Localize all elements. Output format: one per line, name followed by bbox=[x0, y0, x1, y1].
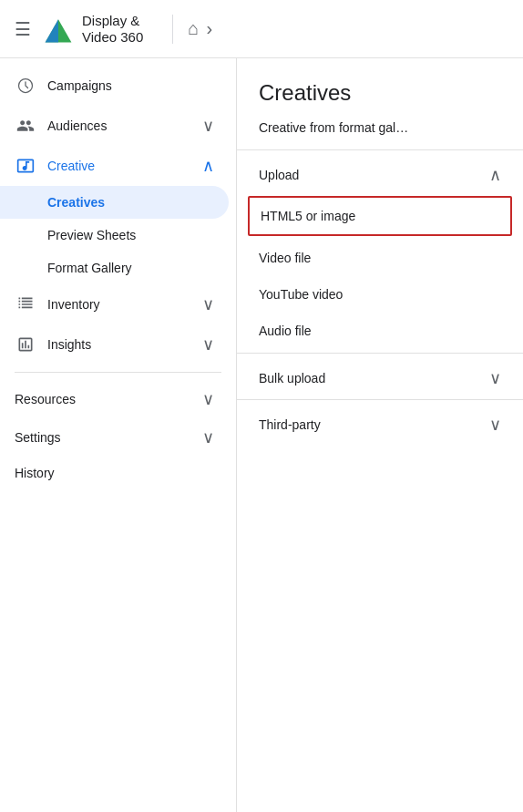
content-area: Creatives NEW Creative from format gal… … bbox=[237, 58, 523, 812]
insights-icon bbox=[15, 334, 36, 355]
audio-file-label: Audio file bbox=[259, 324, 312, 338]
forward-icon[interactable]: › bbox=[206, 18, 212, 39]
app-name: Display & Video 360 bbox=[82, 13, 143, 46]
audiences-icon bbox=[15, 115, 36, 137]
dropdown-divider-1 bbox=[237, 149, 523, 150]
creative-chevron-icon: ∧ bbox=[202, 156, 214, 176]
dropdown-item-html5-or-image[interactable]: HTML5 or image bbox=[248, 196, 512, 236]
settings-label: Settings bbox=[15, 430, 202, 445]
header-nav: ⌂ › bbox=[188, 18, 212, 39]
creative-icon bbox=[15, 155, 36, 177]
creatives-label: Creatives bbox=[47, 195, 105, 210]
third-party-label: Third-party bbox=[259, 417, 321, 432]
sidebar-item-creative[interactable]: Creative ∧ bbox=[0, 146, 229, 186]
main-layout: Campaigns Audiences ∨ Creative ∧ bbox=[0, 58, 523, 812]
sidebar-item-resources[interactable]: Resources ∨ bbox=[0, 380, 229, 418]
sidebar-item-insights[interactable]: Insights ∨ bbox=[0, 324, 229, 365]
dropdown-divider-2 bbox=[237, 353, 523, 354]
sidebar-item-inventory[interactable]: Inventory ∨ bbox=[0, 284, 229, 324]
home-icon[interactable]: ⌂ bbox=[188, 18, 199, 39]
sidebar-item-settings[interactable]: Settings ∨ bbox=[0, 418, 229, 457]
creative-from-format-gal-label: Creative from format gal… bbox=[259, 120, 408, 135]
upload-section-header[interactable]: Upload ∧ bbox=[237, 154, 523, 192]
html5-or-image-inner: HTML5 or image bbox=[250, 198, 510, 234]
sidebar-item-history[interactable]: History bbox=[0, 457, 229, 489]
resources-chevron-icon: ∨ bbox=[202, 389, 214, 409]
inventory-icon bbox=[15, 293, 36, 315]
inventory-chevron-icon: ∨ bbox=[202, 294, 214, 314]
sidebar-divider bbox=[15, 372, 221, 373]
sidebar-item-audiences[interactable]: Audiences ∨ bbox=[0, 106, 229, 146]
creative-sub-items: Creatives Preview Sheets Format Gallery bbox=[0, 186, 236, 284]
menu-icon[interactable]: ☰ bbox=[15, 18, 31, 40]
html5-or-image-label: HTML5 or image bbox=[261, 209, 355, 223]
app-logo: Display & Video 360 bbox=[42, 13, 143, 46]
page-title: Creatives bbox=[259, 80, 501, 106]
third-party-section-header[interactable]: Third-party ∨ bbox=[237, 404, 523, 442]
dropdown-item-video-file[interactable]: Video file bbox=[237, 240, 523, 276]
new-dropdown-menu: Creative from format gal… Upload ∧ HTML5… bbox=[237, 109, 523, 442]
upload-chevron-icon: ∧ bbox=[489, 165, 501, 185]
audiences-chevron-icon: ∨ bbox=[202, 116, 214, 136]
sidebar-item-campaigns[interactable]: Campaigns bbox=[0, 66, 229, 106]
resources-label: Resources bbox=[15, 392, 202, 406]
campaigns-label: Campaigns bbox=[47, 78, 214, 93]
dropdown-divider-3 bbox=[237, 399, 523, 400]
inventory-label: Inventory bbox=[47, 297, 202, 312]
app-header: ☰ Display & Video 360 ⌂ › bbox=[0, 0, 523, 58]
campaigns-icon bbox=[15, 75, 36, 97]
header-divider bbox=[172, 15, 173, 44]
sidebar-item-preview-sheets[interactable]: Preview Sheets bbox=[0, 219, 229, 252]
creative-label: Creative bbox=[47, 159, 202, 173]
video-file-label: Video file bbox=[259, 251, 311, 265]
sidebar: Campaigns Audiences ∨ Creative ∧ bbox=[0, 58, 237, 812]
dv360-logo-icon bbox=[42, 13, 75, 46]
audiences-label: Audiences bbox=[47, 118, 202, 133]
sidebar-item-creatives[interactable]: Creatives bbox=[0, 186, 229, 219]
upload-label: Upload bbox=[259, 168, 299, 182]
bulk-upload-chevron-icon: ∨ bbox=[489, 368, 501, 388]
insights-label: Insights bbox=[47, 337, 202, 352]
insights-chevron-icon: ∨ bbox=[202, 334, 214, 355]
preview-sheets-label: Preview Sheets bbox=[47, 228, 136, 242]
bulk-upload-label: Bulk upload bbox=[259, 371, 325, 385]
settings-chevron-icon: ∨ bbox=[202, 427, 214, 447]
sidebar-item-format-gallery[interactable]: Format Gallery bbox=[0, 252, 229, 284]
third-party-chevron-icon: ∨ bbox=[489, 415, 501, 435]
youtube-video-label: YouTube video bbox=[259, 287, 343, 302]
dropdown-item-creative-from-format-gal[interactable]: Creative from format gal… bbox=[237, 109, 523, 146]
bulk-upload-section-header[interactable]: Bulk upload ∨ bbox=[237, 357, 523, 396]
dropdown-item-youtube-video[interactable]: YouTube video bbox=[237, 276, 523, 313]
format-gallery-label: Format Gallery bbox=[47, 261, 132, 275]
history-label: History bbox=[15, 466, 214, 480]
dropdown-item-audio-file[interactable]: Audio file bbox=[237, 313, 523, 349]
svg-marker-1 bbox=[46, 19, 58, 42]
